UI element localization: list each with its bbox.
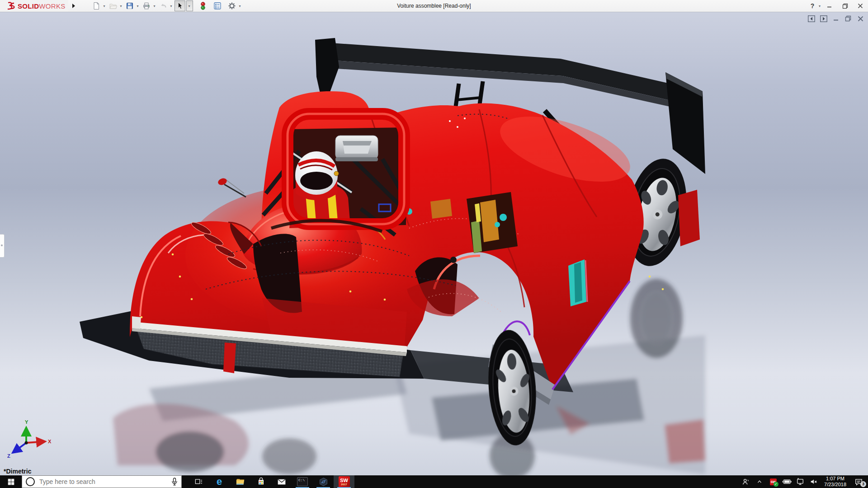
windows-taskbar: e [0,475,868,488]
cortana-icon [26,477,35,486]
x-axis-arrow[interactable] [26,441,45,443]
minimize-button[interactable] [822,0,837,11]
command-prompt-button[interactable]: C:\ [292,475,313,488]
mail-icon [277,478,286,486]
graphics-viewport[interactable]: Y X Z *Dimetric [0,12,868,475]
document-window-controls [807,15,864,22]
view-orientation-label: *Dimetric [4,468,31,475]
task-view-button[interactable] [188,475,209,488]
dropdown-arrow-icon[interactable]: ▾ [104,4,105,8]
options-button[interactable] [226,0,237,11]
doc-minimize-icon [833,16,839,22]
solidworks-logo: SOLIDWORKS [0,0,68,12]
flyout-triangle-icon [72,3,75,9]
battery-button[interactable] [781,475,793,488]
print-icon [142,2,151,10]
rear-view-mirror [335,136,378,161]
file-explorer-button[interactable] [230,475,250,488]
rebuild-button[interactable] [198,0,208,11]
check-icon: ✓ [774,482,778,487]
microphone-icon[interactable] [171,478,178,486]
clock-date: 7/23/2018 [824,482,846,488]
store-icon [257,477,265,486]
x-axis-label: X [48,439,52,444]
window-controls: ? ▾ [807,0,868,11]
tab-grip-dot [1,244,3,246]
options-gear-icon [228,2,236,10]
next-window-button[interactable] [820,15,828,22]
notification-badge: 3 [860,481,866,487]
action-center-button[interactable]: 3 [851,475,866,488]
sw-label: SW [340,478,348,483]
solidworks-status-icon: SW ✓ [770,479,777,485]
left-mirror [217,177,246,197]
select-tool-button[interactable] [175,0,185,11]
dropdown-arrow-icon[interactable]: ▾ [239,4,241,8]
volume-button[interactable] [808,475,820,488]
dropdown-arrow-icon[interactable]: ▾ [154,4,156,8]
brand-text: SOLIDWORKS [18,2,66,10]
taskbar-search[interactable] [22,475,182,488]
dropdown-arrow-icon[interactable]: ▾ [120,4,122,8]
people-button[interactable] [740,475,752,488]
z-axis-label: Z [7,453,10,459]
restore-button[interactable] [837,0,853,11]
dropdown-arrow-icon[interactable]: ▾ [170,4,172,8]
show-hidden-icons-button[interactable] [754,475,765,488]
close-button[interactable] [853,0,868,11]
titlebar[interactable]: SOLIDWORKS ▾ ▾ [0,0,868,12]
network-icon [796,478,804,486]
network-button[interactable] [794,475,806,488]
solidworks-app-icon: SW 2017 [339,476,350,488]
solidworks-status-button[interactable]: SW ✓ [767,475,779,488]
edge-button[interactable]: e [209,475,230,488]
reference-triad[interactable]: Y X Z [4,419,54,459]
sw-year-label: 2017 [341,483,347,486]
feature-manager-collapsed-tab[interactable] [0,234,5,258]
doc-close-button[interactable] [856,15,864,22]
store-button[interactable] [250,475,271,488]
brand-solid: SOLID [18,2,39,10]
cmd-label: C:\ [298,478,305,482]
chevron-up-icon [756,479,763,485]
hexagon-app-icon [319,477,328,487]
restore-icon [842,3,848,9]
open-button[interactable] [108,0,118,11]
doc-restore-button[interactable] [844,15,852,22]
previous-window-icon [808,15,815,22]
undo-button[interactable] [158,0,169,11]
print-button[interactable] [141,0,152,11]
command-prompt-icon: C:\ [297,477,308,486]
save-button[interactable] [124,0,135,11]
new-document-button[interactable] [91,0,102,11]
z-axis-arrow[interactable] [13,443,26,453]
file-properties-button[interactable] [212,0,223,11]
hexagon-app-button[interactable] [313,475,334,488]
dropdown-arrow-icon: ▾ [189,4,190,8]
select-cursor-icon [176,2,184,10]
mail-button[interactable] [271,475,292,488]
task-view-icon [194,478,203,486]
previous-window-button[interactable] [807,15,816,22]
windows-logo-icon [7,478,15,486]
search-input[interactable] [38,478,168,486]
system-tray: SW ✓ [740,475,868,488]
menu-flyout-arrow[interactable] [70,1,77,10]
side-duct [568,259,587,306]
minimize-icon [827,3,832,9]
next-window-icon [820,15,827,22]
taskbar-clock[interactable]: 1:07 PM 7/23/2018 [821,476,849,488]
new-document-icon [92,2,100,10]
select-dropdown-button[interactable]: ▾ [186,0,193,11]
properties-list-icon [213,2,222,10]
doc-minimize-button[interactable] [832,15,840,22]
start-button[interactable] [0,475,22,488]
help-button[interactable]: ? [807,0,818,11]
dropdown-arrow-icon[interactable]: ▾ [137,4,139,8]
help-dropdown-arrow[interactable]: ▾ [819,4,821,8]
undo-arrow-icon [159,2,167,10]
file-explorer-icon [236,478,245,486]
car-3d-model[interactable] [0,12,868,475]
dassault-logo-icon [5,1,16,10]
solidworks-app-button[interactable]: SW 2017 [334,475,354,488]
